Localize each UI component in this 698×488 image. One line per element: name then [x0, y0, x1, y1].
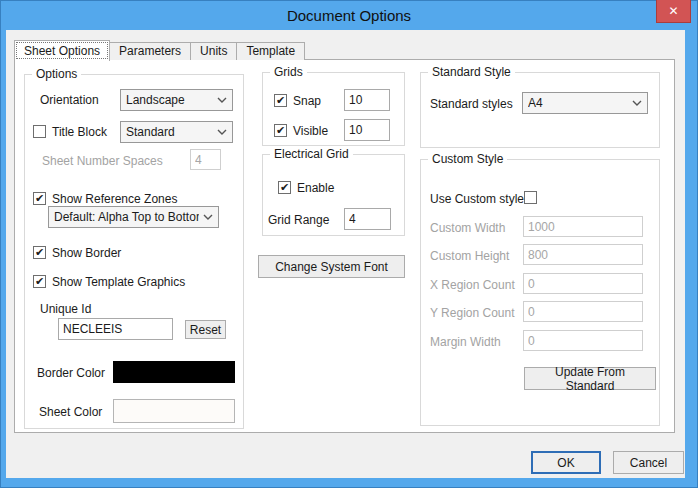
cancel-button[interactable]: Cancel — [613, 451, 684, 474]
sheet-color-swatch[interactable] — [113, 399, 235, 423]
orientation-label: Orientation — [40, 93, 99, 107]
grid-range-label: Grid Range — [268, 213, 329, 227]
footer-buttons: OK Cancel — [531, 451, 684, 474]
snap-checkbox[interactable]: ✔ — [274, 94, 287, 107]
visible-label: Visible — [293, 124, 328, 138]
border-color-swatch[interactable] — [113, 361, 235, 383]
margin-width-input — [523, 330, 643, 351]
reference-zones-value: Default: Alpha Top to Botton — [54, 210, 199, 224]
border-color-label: Border Color — [37, 366, 105, 380]
sheet-options-page: Options Orientation Landscape Title Bloc… — [14, 59, 675, 433]
orientation-value: Landscape — [126, 93, 185, 107]
visible-checkbox[interactable]: ✔ — [274, 124, 287, 137]
window-title: Document Options — [287, 7, 411, 24]
change-system-font-button[interactable]: Change System Font — [258, 255, 405, 278]
custom-style-group-label: Custom Style — [428, 152, 507, 166]
tab-units[interactable]: Units — [190, 42, 237, 60]
unique-id-label: Unique Id — [40, 302, 91, 316]
electrical-grid-group-label: Electrical Grid — [270, 147, 353, 161]
tab-template[interactable]: Template — [236, 42, 305, 60]
sheet-color-label: Sheet Color — [39, 405, 102, 419]
use-custom-style-checkbox[interactable] — [524, 191, 537, 204]
enable-checkbox[interactable]: ✔ — [278, 181, 291, 194]
standard-styles-value: A4 — [528, 96, 543, 110]
electrical-grid-group: Electrical Grid ✔ Enable Grid Range — [262, 154, 405, 236]
show-reference-zones-checkbox[interactable]: ✔ — [33, 192, 46, 205]
reference-zones-select[interactable]: Default: Alpha Top to Botton — [48, 206, 219, 228]
x-region-count-input — [523, 273, 643, 294]
sheet-number-spaces-label: Sheet Number Spaces — [42, 154, 163, 168]
title-block-value: Standard — [126, 125, 175, 139]
document-options-dialog: Document Options ✕ Sheet Options Paramet… — [0, 0, 698, 488]
title-block-select[interactable]: Standard — [120, 121, 233, 143]
y-region-count-label: Y Region Count — [430, 306, 515, 320]
show-template-graphics-checkbox[interactable]: ✔ — [33, 275, 46, 288]
standard-style-group: Standard Style Standard styles A4 — [420, 72, 660, 148]
title-bar: Document Options — [0, 0, 698, 30]
title-block-checkbox[interactable] — [33, 125, 46, 138]
grids-group-label: Grids — [270, 65, 307, 79]
snap-input[interactable] — [344, 89, 390, 111]
unique-id-input[interactable] — [58, 318, 173, 340]
custom-width-label: Custom Width — [430, 221, 505, 235]
show-reference-zones-label: Show Reference Zones — [52, 192, 177, 206]
show-template-graphics-label: Show Template Graphics — [52, 275, 185, 289]
options-group-label: Options — [32, 67, 81, 81]
title-block-label: Title Block — [52, 125, 107, 139]
custom-height-label: Custom Height — [430, 249, 509, 263]
visible-input[interactable] — [344, 119, 390, 141]
tab-parameters[interactable]: Parameters — [109, 42, 191, 60]
dialog-body: Sheet Options Parameters Units Template … — [6, 30, 685, 478]
snap-label: Snap — [293, 94, 321, 108]
options-group: Options Orientation Landscape Title Bloc… — [24, 74, 244, 429]
close-button[interactable]: ✕ — [656, 0, 691, 23]
orientation-select[interactable]: Landscape — [120, 89, 233, 111]
sheet-number-spaces-input — [190, 149, 221, 170]
show-border-checkbox[interactable]: ✔ — [33, 246, 46, 259]
tab-strip: Sheet Options Parameters Units Template — [14, 39, 675, 60]
standard-style-group-label: Standard Style — [428, 65, 515, 79]
use-custom-style-label: Use Custom style — [430, 192, 524, 206]
grids-group: Grids ✔ Snap ✔ Visible — [262, 72, 405, 146]
custom-height-input — [523, 244, 643, 265]
tab-sheet-options[interactable]: Sheet Options — [14, 40, 110, 61]
y-region-count-input — [523, 301, 643, 322]
custom-width-input — [523, 216, 643, 237]
chevron-down-icon — [632, 100, 642, 106]
ok-button[interactable]: OK — [531, 451, 601, 474]
chevron-down-icon — [217, 129, 227, 135]
show-border-label: Show Border — [52, 246, 121, 260]
chevron-down-icon — [203, 214, 213, 220]
chevron-down-icon — [217, 97, 227, 103]
enable-label: Enable — [297, 181, 334, 195]
grid-range-input[interactable] — [344, 208, 391, 230]
standard-styles-label: Standard styles — [430, 97, 513, 111]
update-from-standard-button[interactable]: Update From Standard — [524, 367, 656, 390]
standard-styles-select[interactable]: A4 — [522, 92, 648, 114]
reset-button[interactable]: Reset — [185, 320, 226, 339]
margin-width-label: Margin Width — [430, 335, 501, 349]
custom-style-group: Custom Style Use Custom style Custom Wid… — [420, 159, 660, 426]
x-region-count-label: X Region Count — [430, 278, 515, 292]
close-icon: ✕ — [668, 4, 678, 18]
